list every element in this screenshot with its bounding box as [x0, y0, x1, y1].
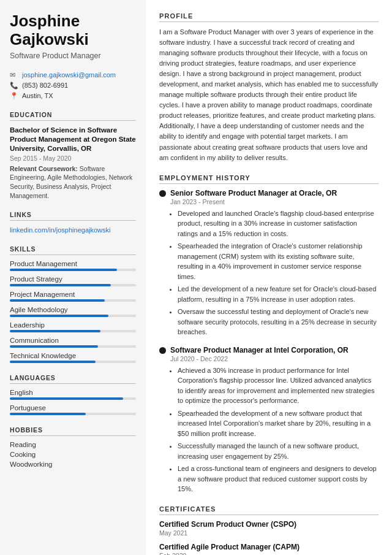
hobby-item: Woodworking	[10, 461, 136, 468]
links-title: LINKS	[10, 211, 136, 221]
list-item: Successfully managed the launch of a new…	[178, 441, 379, 461]
skill-bar-bg	[10, 284, 136, 286]
skill-bar-bg	[10, 330, 136, 332]
skill-bar-bg	[10, 269, 136, 271]
emp-title: Software Product Manager at Intel Corpor…	[170, 346, 349, 354]
education-section: EDUCATION Bachelor of Science in Softwar…	[10, 111, 136, 201]
skill-bar-fill	[10, 345, 98, 348]
cert-item: Certified Scrum Product Owner (CSPO) May…	[159, 520, 379, 537]
location-icon: 📍	[10, 92, 18, 100]
list-item: Led a cross-functional team of engineers…	[178, 464, 379, 494]
lang-bar-bg	[10, 397, 136, 400]
emp-header: Senior Software Product Manager at Oracl…	[159, 189, 379, 197]
skill-label: Project Management	[10, 291, 136, 298]
skill-label: Leadership	[10, 321, 136, 329]
phone-number: (853) 802-6991	[22, 82, 68, 89]
main-content: PROFILE I am a Software Product Manager …	[146, 0, 392, 555]
lang-bar-fill	[10, 413, 86, 415]
emp-title: Senior Software Product Manager at Oracl…	[170, 189, 337, 197]
list-item: Developed and launched Oracle's flagship…	[178, 209, 379, 239]
coursework-label: Relevant Coursework:	[10, 165, 78, 172]
job-title: Software Product Manager	[10, 52, 136, 60]
edu-period: Sep 2015 - May 2020	[10, 155, 136, 162]
list-item: Led the development of a new feature set…	[178, 284, 379, 304]
education-title: EDUCATION	[10, 111, 136, 121]
full-name: Josphine Gajkowski	[10, 12, 136, 49]
links-section: LINKS linkedin.com/in/josphinegajkowski	[10, 211, 136, 234]
emp-period: Jul 2020 - Dec 2022	[170, 355, 379, 362]
email-link[interactable]: josphine.gajkowski@gmail.com	[22, 71, 116, 78]
skill-bar-fill	[10, 269, 117, 271]
name-title: Josphine Gajkowski Software Product Mana…	[10, 12, 136, 60]
cert-date: May 2021	[159, 529, 379, 537]
list-item: Spearheaded the development of a new sof…	[178, 408, 379, 439]
phone-item: 📞 (853) 802-6991	[10, 82, 136, 90]
emp-dot	[159, 347, 166, 354]
edu-coursework: Relevant Coursework: Software Engineerin…	[10, 164, 136, 201]
skill-bar-fill	[10, 284, 111, 286]
emp-bullets: Developed and launched Oracle's flagship…	[178, 209, 379, 337]
skill-item: Technical Knowledge	[10, 352, 136, 363]
list-item: Spearheaded the integration of Oracle's …	[178, 241, 379, 281]
hobbies-title: HOBBIES	[10, 426, 136, 436]
linkedin-link-item[interactable]: linkedin.com/in/josphinegajkowski	[10, 226, 136, 234]
skill-item: Product Management	[10, 260, 136, 271]
list-item: Oversaw the successful testing and deplo…	[178, 307, 379, 337]
skills-section: SKILLS Product Management Product Strate…	[10, 245, 136, 363]
employment-title: EMPLOYMENT HISTORY	[159, 174, 379, 184]
cert-date: Feb 2020	[159, 552, 379, 555]
emp-item: Software Product Manager at Intel Corpor…	[159, 346, 379, 494]
skill-bar-fill	[10, 361, 96, 363]
emp-header: Software Product Manager at Intel Corpor…	[159, 346, 379, 354]
skill-item: Leadership	[10, 321, 136, 332]
location-text: Austin, TX	[22, 92, 53, 99]
email-icon: ✉	[10, 71, 18, 79]
hobbies-section: HOBBIES Reading Cooking Woodworking	[10, 426, 136, 468]
skill-bar-bg	[10, 315, 136, 317]
skill-item: Communication	[10, 337, 136, 348]
email-item[interactable]: ✉ josphine.gajkowski@gmail.com	[10, 71, 136, 79]
skill-bar-bg	[10, 361, 136, 363]
skill-item: Agile Methodology	[10, 306, 136, 317]
profile-title: PROFILE	[159, 12, 379, 22]
profile-section: PROFILE I am a Software Product Manager …	[159, 12, 379, 163]
skill-label: Product Strategy	[10, 275, 136, 283]
languages-title: LANGUAGES	[10, 374, 136, 384]
languages-section: LANGUAGES English Portuguese	[10, 374, 136, 415]
skill-bar-fill	[10, 330, 100, 332]
skill-label: Technical Knowledge	[10, 352, 136, 359]
profile-text: I am a Software Product Manager with ove…	[159, 27, 379, 163]
cert-title: Certified Scrum Product Owner (CSPO)	[159, 520, 379, 529]
skill-item: Project Management	[10, 291, 136, 302]
skill-label: Product Management	[10, 260, 136, 267]
lang-label: English	[10, 389, 136, 396]
skill-bar-bg	[10, 299, 136, 302]
cert-title: Certified Agile Product Manager (CAPM)	[159, 543, 379, 551]
lang-bar-fill	[10, 397, 123, 400]
skill-item: Product Strategy	[10, 275, 136, 286]
certificates-title: CERTIFICATES	[159, 505, 379, 515]
emp-item: Senior Software Product Manager at Oracl…	[159, 189, 379, 337]
hobby-item: Cooking	[10, 451, 136, 458]
skills-title: SKILLS	[10, 245, 136, 255]
skill-label: Agile Methodology	[10, 306, 136, 313]
certificates-section: CERTIFICATES Certified Scrum Product Own…	[159, 505, 379, 555]
location-item: 📍 Austin, TX	[10, 92, 136, 100]
contact-section: ✉ josphine.gajkowski@gmail.com 📞 (853) 8…	[10, 71, 136, 100]
lang-item: Portuguese	[10, 404, 136, 415]
skill-bar-fill	[10, 299, 105, 302]
employment-section: EMPLOYMENT HISTORY Senior Software Produ…	[159, 174, 379, 494]
lang-item: English	[10, 389, 136, 400]
emp-dot	[159, 190, 166, 197]
skill-bar-fill	[10, 315, 108, 317]
emp-period: Jan 2023 - Present	[170, 198, 379, 205]
sidebar: Josphine Gajkowski Software Product Mana…	[0, 0, 146, 555]
list-item: Achieved a 30% increase in product perfo…	[178, 366, 379, 406]
emp-bullets: Achieved a 30% increase in product perfo…	[178, 366, 379, 494]
hobby-item: Reading	[10, 441, 136, 448]
cert-item: Certified Agile Product Manager (CAPM) F…	[159, 543, 379, 555]
lang-bar-bg	[10, 413, 136, 415]
edu-degree: Bachelor of Science in Software Product …	[10, 126, 136, 153]
linkedin-link[interactable]: linkedin.com/in/josphinegajkowski	[10, 226, 110, 234]
lang-label: Portuguese	[10, 404, 136, 411]
